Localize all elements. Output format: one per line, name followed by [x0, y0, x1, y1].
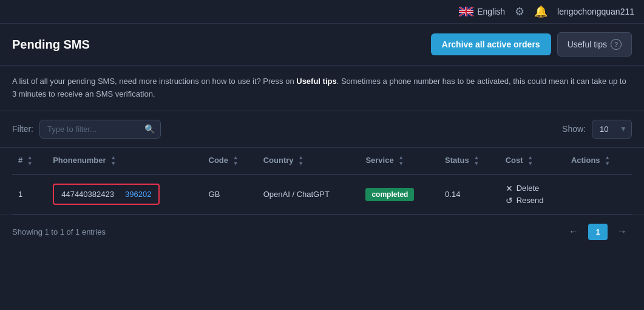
username-label: lengochongquan211	[557, 7, 634, 16]
show-right: Show: 10 25 50 100 ▼	[562, 120, 632, 139]
top-navigation: English ⚙ 🔔 lengochongquan211	[0, 0, 644, 24]
filter-left: Filter: 🔍	[12, 120, 161, 139]
cell-phonenumber: 447440382423 396202	[47, 174, 202, 215]
col-number: # ▲▼	[12, 148, 47, 174]
cell-actions: ✕ Delete ↺ Resend	[500, 174, 565, 215]
filter-input-wrap: 🔍	[39, 120, 161, 139]
language-selector[interactable]: English	[459, 7, 505, 16]
code-value: 396202	[125, 190, 151, 199]
info-bar: A list of all your pending SMS, need mor…	[0, 66, 644, 111]
page-1-button[interactable]: 1	[588, 224, 608, 240]
useful-tips-button[interactable]: Useful tips ?	[557, 32, 632, 57]
col-actions: Actions ▲▼	[565, 148, 632, 174]
col-country: Country ▲▼	[257, 148, 360, 174]
filter-input[interactable]	[39, 120, 161, 139]
sort-arrows-cost[interactable]: ▲▼	[527, 155, 533, 167]
col-phonenumber: Phonenumber ▲▼	[47, 148, 202, 174]
show-label: Show:	[562, 124, 586, 134]
table-row: 1 447440382423 396202 GB OpenAI / ChatGP…	[12, 174, 632, 215]
question-icon: ?	[611, 39, 622, 50]
sms-table: # ▲▼ Phonenumber ▲▼ Code ▲▼ Country ▲▼ S…	[12, 148, 632, 215]
col-status: Status ▲▼	[439, 148, 500, 174]
prev-page-button[interactable]: ←	[564, 224, 583, 239]
phone-value: 447440382423	[61, 190, 114, 199]
notifications-icon[interactable]: 🔔	[534, 5, 547, 18]
filter-label: Filter:	[12, 124, 33, 134]
table-body: 1 447440382423 396202 GB OpenAI / ChatGP…	[12, 174, 632, 215]
status-badge: completed	[365, 188, 414, 201]
show-select[interactable]: 10 25 50 100	[592, 120, 632, 139]
useful-tips-link[interactable]: Useful tips	[296, 77, 336, 86]
sort-arrows-status[interactable]: ▲▼	[473, 155, 479, 167]
next-page-button[interactable]: →	[612, 224, 632, 239]
sort-arrows-number[interactable]: ▲▼	[27, 155, 33, 167]
col-cost: Cost ▲▼	[500, 148, 565, 174]
resend-action[interactable]: ↺ Resend	[506, 196, 559, 205]
showing-text: Showing 1 to 1 of 1 entries	[12, 227, 106, 236]
page-header: Pending SMS Archive all active orders Us…	[0, 24, 644, 66]
sort-arrows-code[interactable]: ▲▼	[233, 155, 239, 167]
archive-all-button[interactable]: Archive all active orders	[431, 33, 551, 55]
delete-action[interactable]: ✕ Delete	[506, 184, 559, 193]
actions-cell: ✕ Delete ↺ Resend	[506, 184, 559, 205]
table-header: # ▲▼ Phonenumber ▲▼ Code ▲▼ Country ▲▼ S…	[12, 148, 632, 174]
settings-icon[interactable]: ⚙	[515, 5, 524, 18]
header-actions: Archive all active orders Useful tips ?	[431, 32, 632, 57]
col-code: Code ▲▼	[203, 148, 257, 174]
cell-country: GB	[203, 174, 257, 215]
sort-arrows-country[interactable]: ▲▼	[298, 155, 303, 167]
table-container: # ▲▼ Phonenumber ▲▼ Code ▲▼ Country ▲▼ S…	[0, 148, 644, 215]
cell-cost: 0.14	[439, 174, 500, 215]
filter-row: Filter: 🔍 Show: 10 25 50 100 ▼	[0, 111, 644, 148]
gb-flag-icon	[459, 7, 473, 16]
resend-icon: ↺	[506, 196, 513, 205]
footer-row: Showing 1 to 1 of 1 entries ← 1 →	[0, 215, 644, 249]
page-title: Pending SMS	[12, 38, 90, 52]
highlighted-phone-code: 447440382423 396202	[53, 184, 160, 205]
sort-arrows-service[interactable]: ▲▼	[398, 155, 404, 167]
language-label: English	[477, 7, 505, 16]
show-select-wrap: 10 25 50 100 ▼	[592, 120, 632, 139]
sort-arrows-actions[interactable]: ▲▼	[605, 155, 610, 167]
cell-status: completed	[359, 174, 439, 215]
sort-arrows-phone[interactable]: ▲▼	[110, 155, 116, 167]
cell-service: OpenAI / ChatGPT	[257, 174, 360, 215]
delete-icon: ✕	[506, 184, 513, 193]
info-text-before: A list of all your pending SMS, need mor…	[12, 77, 296, 86]
cell-number: 1	[12, 174, 47, 215]
pagination: ← 1 →	[564, 224, 632, 240]
search-icon: 🔍	[144, 124, 155, 134]
col-service: Service ▲▼	[359, 148, 439, 174]
